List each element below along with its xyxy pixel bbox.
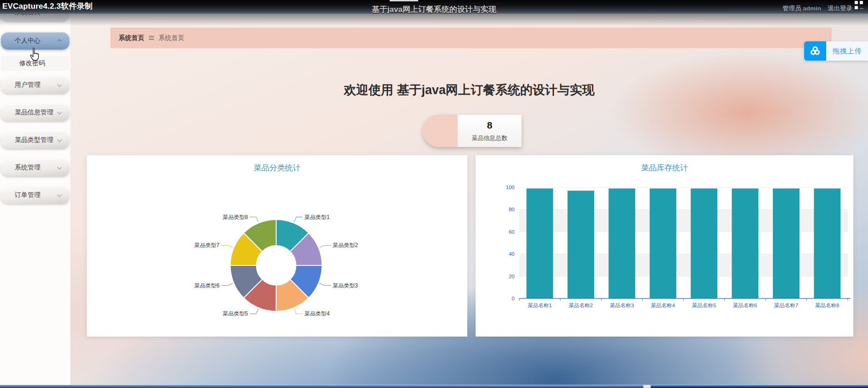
app-screen: 系统首页个人中心修改密码用户管理菜品信息管理菜品类型管理系统管理订单管理 EVC… bbox=[0, 0, 868, 388]
pie-label-line bbox=[250, 217, 258, 222]
bar bbox=[773, 188, 800, 298]
recorder-corner-icon[interactable]: ← bbox=[855, 1, 866, 11]
pie-label: 菜品类型8 bbox=[222, 214, 248, 220]
user-info: 管理员 admin bbox=[783, 5, 821, 12]
chevron-down-icon bbox=[57, 165, 62, 169]
sidebar-item-dish-info-management[interactable]: 菜品信息管理 bbox=[1, 104, 69, 121]
dish-category-panel: 菜品分类统计 菜品类型1菜品类型2菜品类型3菜品类型4菜品类型5菜品类型6菜品类… bbox=[87, 155, 467, 337]
mouse-cursor-icon bbox=[28, 47, 41, 62]
bar bbox=[814, 188, 840, 298]
user-area: 管理员 admin退出登录 bbox=[783, 5, 852, 13]
bar bbox=[527, 188, 553, 298]
bar bbox=[732, 188, 759, 298]
page-title: 基于java网上订餐系统的设计与实现 bbox=[0, 4, 868, 15]
y-tick-label: 40 bbox=[509, 251, 515, 257]
y-tick-label: 60 bbox=[509, 229, 515, 235]
y-tick-label: 100 bbox=[506, 185, 515, 190]
netdisk-cloud-icon bbox=[804, 41, 826, 61]
bar bbox=[608, 188, 635, 298]
y-tick-label: 0 bbox=[512, 296, 515, 301]
pie-label-line bbox=[294, 217, 303, 222]
chevron-down-icon bbox=[57, 137, 62, 142]
stat-label: 菜品信息总数 bbox=[472, 134, 508, 142]
bottom-scrollbar[interactable] bbox=[0, 385, 868, 388]
stat-card-dish-total: 8 菜品信息总数 bbox=[423, 115, 522, 147]
dish-stock-panel: 菜品库存统计 020406080100菜品名称1菜品名称2菜品名称3菜品名称4菜… bbox=[476, 155, 853, 337]
chevron-down-icon bbox=[57, 110, 62, 114]
drag-upload-label: 拖拽上传 bbox=[826, 41, 868, 61]
logout-link[interactable]: 退出登录 bbox=[828, 5, 852, 12]
pie-label-line bbox=[250, 309, 258, 314]
pie-chart: 菜品类型1菜品类型2菜品类型3菜品类型4菜品类型5菜品类型6菜品类型7菜品类型8 bbox=[87, 155, 467, 337]
pie-label: 菜品类型7 bbox=[194, 242, 220, 248]
sidebar-item-user-management[interactable]: 用户管理 bbox=[1, 76, 69, 94]
bar bbox=[691, 188, 717, 298]
pie-label: 菜品类型2 bbox=[332, 242, 358, 248]
breadcrumb: 系统首页 系统首页 bbox=[110, 28, 832, 48]
sidebar-item-order-management[interactable]: 订单管理 bbox=[1, 186, 69, 204]
y-tick-label: 80 bbox=[509, 207, 515, 212]
x-tick-label: 菜品名称5 bbox=[692, 303, 716, 308]
pie-label-line bbox=[221, 283, 233, 286]
bar-chart: 020406080100菜品名称1菜品名称2菜品名称3菜品名称4菜品名称5菜品名… bbox=[476, 155, 853, 337]
x-tick-label: 菜品名称3 bbox=[610, 303, 634, 308]
sidebar-item-dish-type-management[interactable]: 菜品类型管理 bbox=[1, 131, 69, 149]
pie-label-line bbox=[319, 245, 331, 247]
pie-label-line bbox=[319, 283, 331, 286]
x-tick-label: 菜品名称7 bbox=[774, 303, 798, 308]
sidebar-item-label: 个人中心 bbox=[15, 37, 40, 45]
welcome-heading: 欢迎使用 基于java网上订餐系统的设计与实现 bbox=[70, 82, 868, 98]
chevron-down-icon bbox=[57, 82, 62, 87]
sidebar-item-label: 订单管理 bbox=[15, 191, 40, 199]
breadcrumb-home-link[interactable]: 系统首页 bbox=[119, 34, 144, 42]
bar bbox=[567, 191, 594, 298]
top-header-bar: EVCapture4.2.3软件录制 基于java网上订餐系统的设计与实现 管理… bbox=[0, 0, 868, 14]
recorder-progress-bar bbox=[390, 0, 418, 1]
pie-label: 菜品类型6 bbox=[194, 282, 220, 289]
pie-label: 菜品类型4 bbox=[304, 310, 330, 317]
breadcrumb-separator-icon bbox=[149, 36, 154, 40]
sidebar-item-label: 菜品类型管理 bbox=[15, 136, 53, 144]
stat-card-body: 8 菜品信息总数 bbox=[458, 115, 522, 147]
scrollbar-thumb[interactable] bbox=[0, 385, 643, 388]
stat-card-accent bbox=[423, 115, 458, 147]
sidebar-item-label: 系统管理 bbox=[15, 163, 40, 172]
x-tick-label: 菜品名称1 bbox=[528, 303, 551, 308]
x-tick-label: 菜品名称4 bbox=[651, 303, 675, 308]
pie-label: 菜品类型3 bbox=[332, 282, 358, 289]
chevron-down-icon bbox=[57, 192, 62, 197]
sidebar-item-label: 用户管理 bbox=[15, 81, 40, 89]
scrollbar-notch bbox=[643, 385, 651, 388]
bar bbox=[650, 188, 676, 298]
breadcrumb-current: 系统首页 bbox=[159, 34, 184, 42]
stat-value: 8 bbox=[487, 120, 493, 131]
sidebar-item-label: 菜品信息管理 bbox=[15, 108, 53, 117]
drag-upload-widget[interactable]: 拖拽上传 bbox=[804, 41, 868, 61]
chevron-up-icon bbox=[57, 39, 62, 44]
x-tick-label: 菜品名称8 bbox=[815, 303, 839, 308]
y-tick-label: 20 bbox=[509, 274, 515, 279]
pie-label-line bbox=[294, 309, 303, 314]
x-tick-label: 菜品名称2 bbox=[569, 303, 593, 308]
x-tick-label: 菜品名称6 bbox=[733, 303, 757, 308]
pie-label-line bbox=[221, 245, 233, 247]
sidebar-item-system-management[interactable]: 系统管理 bbox=[1, 159, 69, 176]
pie-label: 菜品类型1 bbox=[304, 214, 330, 220]
header-fade bbox=[0, 14, 868, 26]
pie-label: 菜品类型5 bbox=[222, 310, 248, 317]
